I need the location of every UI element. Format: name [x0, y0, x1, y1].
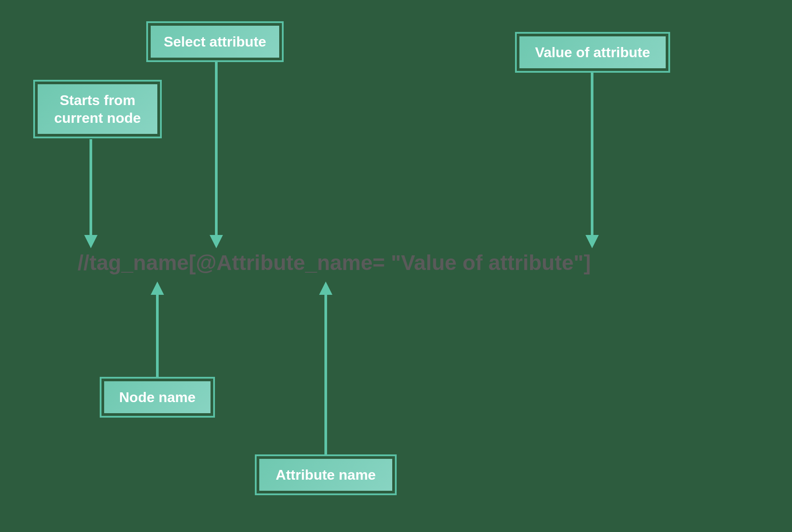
starts-from-box: Starts from current node	[33, 80, 162, 138]
value-of-attribute-box: Value of attribute	[515, 32, 670, 73]
select-attribute-box: Select attribute	[146, 21, 284, 62]
node-name-box: Node name	[100, 377, 215, 418]
value-of-attribute-label: Value of attribute	[535, 43, 650, 61]
svg-marker-7	[585, 235, 599, 248]
svg-marker-5	[210, 235, 223, 248]
select-attribute-label: Select attribute	[164, 33, 266, 51]
value-of-attribute-inner: Value of attribute	[519, 36, 666, 68]
node-name-label: Node name	[119, 388, 195, 406]
node-name-inner: Node name	[104, 381, 211, 413]
starts-from-label: Starts from current node	[54, 91, 141, 127]
svg-marker-11	[319, 282, 332, 295]
attribute-name-label: Attribute name	[276, 466, 376, 484]
xpath-expression: //tag_name[@Attribute_name= "Value of at…	[78, 250, 591, 275]
starts-from-inner: Starts from current node	[38, 84, 157, 134]
svg-marker-9	[151, 282, 164, 295]
svg-marker-3	[84, 235, 98, 248]
attribute-name-inner: Attribute name	[259, 459, 392, 491]
select-attribute-inner: Select attribute	[151, 26, 279, 58]
attribute-name-box: Attribute name	[255, 454, 397, 495]
